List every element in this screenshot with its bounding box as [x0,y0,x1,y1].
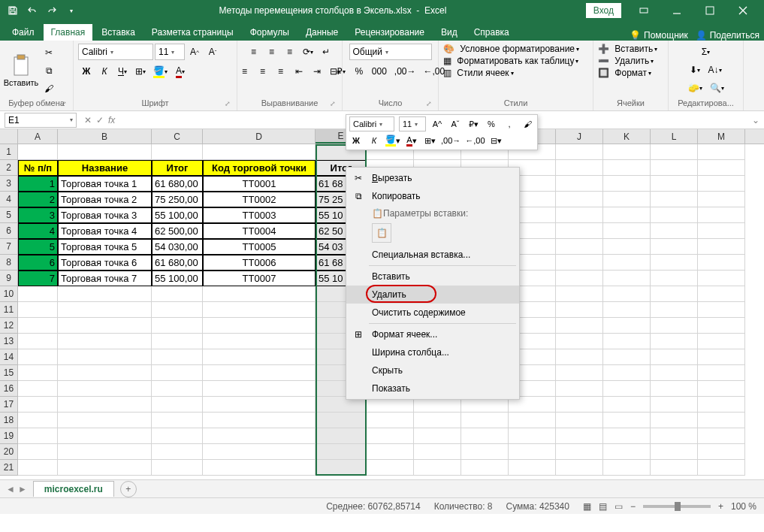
cell[interactable] [603,413,651,428]
row-header[interactable]: 19 [0,428,18,444]
format-cells-button[interactable]: 🔲 Формат▾ [598,68,651,78]
cell[interactable] [698,255,745,271]
format-painter-button[interactable]: 🖌 [41,80,57,97]
tab-formulas[interactable]: Формулы [243,24,297,41]
row-header[interactable]: 15 [0,365,18,381]
cell[interactable] [58,286,152,302]
cell[interactable] [603,365,651,381]
cell[interactable] [58,349,152,365]
add-sheet-button[interactable]: + [120,481,137,497]
autosum-button[interactable]: Σ▾ [698,44,714,60]
cell[interactable] [603,255,651,271]
cell[interactable] [509,428,556,444]
ctx-hide[interactable]: Скрыть [346,361,519,379]
cell[interactable] [603,192,651,207]
cell[interactable] [698,428,745,444]
cell[interactable] [203,334,316,349]
cell[interactable]: 61 680,00 [152,176,203,192]
cell[interactable] [698,223,745,239]
font-size-combo[interactable]: 11▾ [155,44,185,60]
cell[interactable]: ТТ0007 [203,271,316,286]
cell[interactable] [603,223,651,239]
fx-icon[interactable]: fx [108,115,115,125]
row-header[interactable]: 1 [0,144,18,160]
cell[interactable] [698,144,745,160]
indent-dec-button[interactable]: ⇤ [291,63,307,80]
column-header[interactable]: B [58,129,152,144]
cell[interactable] [603,428,651,444]
bold-button[interactable]: Ж [78,63,95,80]
expand-formula-icon[interactable]: ⌄ [747,115,764,125]
cell[interactable] [603,176,651,192]
cell[interactable] [152,444,203,460]
row-header[interactable]: 13 [0,334,18,349]
cell[interactable] [58,381,152,397]
ctx-format-cells[interactable]: ⊞Формат ячеек... [346,325,519,343]
cell[interactable] [18,286,58,302]
cell[interactable]: Торговая точка 3 [58,207,152,223]
clear-button[interactable]: 🧽▾ [685,80,705,96]
ctx-paste-special[interactable]: Специальная вставка... [346,246,519,264]
cell[interactable]: ТТ0006 [203,255,316,271]
cell[interactable] [556,365,603,381]
cell[interactable] [556,271,603,286]
cell[interactable] [58,413,152,428]
cell[interactable] [651,381,698,397]
cell[interactable] [152,144,203,160]
select-all-corner[interactable] [0,129,18,144]
cell[interactable] [316,444,367,460]
ctx-column-width[interactable]: Ширина столбца... [346,343,519,361]
percent-button[interactable]: % [351,63,367,80]
cell[interactable] [698,302,745,318]
currency-button[interactable]: ₽▾ [333,63,349,80]
cell[interactable] [698,286,745,302]
cell[interactable] [556,428,603,444]
cell[interactable] [603,239,651,255]
cell[interactable] [509,460,556,476]
tab-home[interactable]: Главная [44,24,93,41]
mini-italic[interactable]: К [367,133,381,148]
cell[interactable] [152,428,203,444]
tab-data[interactable]: Данные [298,24,346,41]
cell[interactable] [152,318,203,334]
row-header[interactable]: 21 [0,460,18,476]
column-header[interactable]: C [152,129,203,144]
ctx-copy[interactable]: ⧉Копировать [346,187,519,205]
cancel-formula-icon[interactable]: ✕ [84,115,92,125]
save-icon[interactable] [5,2,21,19]
fill-color-button[interactable]: 🪣▾ [150,63,171,80]
cell[interactable]: ТТ0004 [203,223,316,239]
cell[interactable] [651,176,698,192]
cell[interactable]: 1 [18,176,58,192]
align-left-button[interactable]: ≡ [237,63,253,80]
cell[interactable] [651,444,698,460]
cell[interactable]: 54 030,00 [152,239,203,255]
cell[interactable] [58,428,152,444]
cell[interactable]: Торговая точка 7 [58,271,152,286]
find-button[interactable]: 🔍▾ [707,80,727,96]
column-header[interactable]: K [603,129,651,144]
tab-view[interactable]: Вид [433,24,465,41]
cell[interactable] [651,397,698,413]
cell[interactable] [18,302,58,318]
cell[interactable] [556,302,603,318]
cell[interactable] [603,460,651,476]
cell[interactable] [58,334,152,349]
cell[interactable] [603,271,651,286]
cell[interactable]: Торговая точка 1 [58,176,152,192]
view-normal-icon[interactable]: ▦ [583,501,591,512]
cell[interactable] [556,223,603,239]
cell[interactable] [461,413,509,428]
cell[interactable] [651,239,698,255]
cell[interactable] [414,444,461,460]
cell[interactable] [203,144,316,160]
row-header[interactable]: 8 [0,255,18,271]
cell[interactable] [18,460,58,476]
mini-currency[interactable]: ₽▾ [467,116,480,131]
sheet-tab[interactable]: microexcel.ru [33,481,114,497]
cell[interactable] [203,460,316,476]
cell[interactable] [556,381,603,397]
cell[interactable] [152,381,203,397]
zoom-in-icon[interactable]: + [718,501,723,512]
signin-button[interactable]: Вход [586,3,621,18]
